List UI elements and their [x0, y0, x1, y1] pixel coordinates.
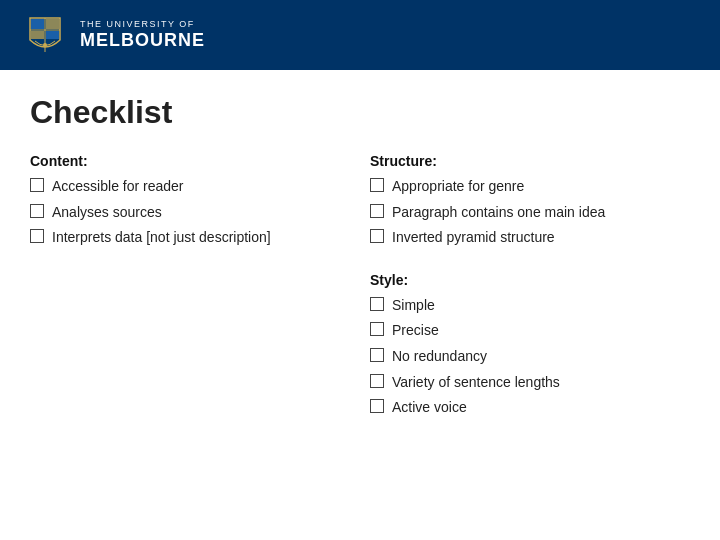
style-section: Style: Simple Precise No redundancy — [370, 272, 690, 418]
checkbox-icon — [370, 374, 384, 388]
logo-text: THE UNIVERSITY OF MELBOURNE — [80, 19, 205, 51]
checkbox-icon — [30, 178, 44, 192]
list-item: No redundancy — [370, 347, 690, 367]
checkbox-icon — [370, 297, 384, 311]
structure-checklist: Appropriate for genre Paragraph contains… — [370, 177, 690, 248]
list-item: Inverted pyramid structure — [370, 228, 690, 248]
list-item: Paragraph contains one main idea — [370, 203, 690, 223]
list-item: Appropriate for genre — [370, 177, 690, 197]
style-section-title: Style: — [370, 272, 690, 288]
svg-point-7 — [43, 43, 47, 47]
checkbox-icon — [30, 229, 44, 243]
university-crest-icon — [20, 10, 70, 60]
style-item-1: Simple — [392, 296, 435, 316]
structure-item-2: Paragraph contains one main idea — [392, 203, 605, 223]
list-item: Interprets data [not just description] — [30, 228, 340, 248]
header: THE UNIVERSITY OF MELBOURNE — [0, 0, 720, 70]
content-column: Content: Accessible for reader Analyses … — [30, 153, 360, 424]
checkbox-icon — [30, 204, 44, 218]
checkbox-icon — [370, 399, 384, 413]
content-item-2: Analyses sources — [52, 203, 162, 223]
style-item-2: Precise — [392, 321, 439, 341]
list-item: Variety of sentence lengths — [370, 373, 690, 393]
checkbox-icon — [370, 348, 384, 362]
content-checklist: Accessible for reader Analyses sources I… — [30, 177, 340, 248]
main-content: Checklist Content: Accessible for reader… — [0, 70, 720, 448]
svg-rect-5 — [31, 31, 44, 39]
page-title: Checklist — [30, 94, 690, 131]
list-item: Simple — [370, 296, 690, 316]
structure-item-1: Appropriate for genre — [392, 177, 524, 197]
list-item: Precise — [370, 321, 690, 341]
content-item-1: Accessible for reader — [52, 177, 184, 197]
checkbox-icon — [370, 178, 384, 192]
svg-rect-6 — [46, 31, 59, 39]
checkbox-icon — [370, 204, 384, 218]
style-item-4: Variety of sentence lengths — [392, 373, 560, 393]
svg-rect-3 — [31, 19, 44, 29]
structure-item-3: Inverted pyramid structure — [392, 228, 555, 248]
checkbox-icon — [370, 229, 384, 243]
melbourne-label: MELBOURNE — [80, 30, 205, 52]
style-item-5: Active voice — [392, 398, 467, 418]
structure-section: Structure: Appropriate for genre Paragra… — [370, 153, 690, 248]
structure-section-title: Structure: — [370, 153, 690, 169]
svg-rect-4 — [46, 19, 59, 29]
content-section-title: Content: — [30, 153, 340, 169]
style-item-3: No redundancy — [392, 347, 487, 367]
style-checklist: Simple Precise No redundancy Variety of … — [370, 296, 690, 418]
logo-container: THE UNIVERSITY OF MELBOURNE — [20, 10, 205, 60]
list-item: Active voice — [370, 398, 690, 418]
university-of-label: THE UNIVERSITY OF — [80, 19, 205, 30]
structure-style-column: Structure: Appropriate for genre Paragra… — [360, 153, 690, 424]
columns-container: Content: Accessible for reader Analyses … — [30, 153, 690, 424]
checkbox-icon — [370, 322, 384, 336]
content-item-3: Interprets data [not just description] — [52, 228, 271, 248]
list-item: Analyses sources — [30, 203, 340, 223]
list-item: Accessible for reader — [30, 177, 340, 197]
